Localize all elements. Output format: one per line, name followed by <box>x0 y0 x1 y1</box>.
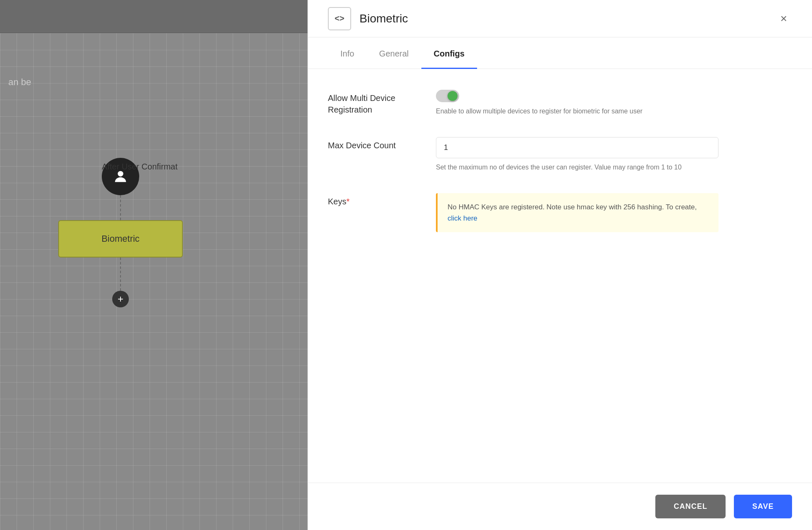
max-device-helper: Set the maximum no of devices the user c… <box>436 162 792 172</box>
cancel-button[interactable]: CANCEL <box>655 495 726 518</box>
tab-info[interactable]: Info <box>328 37 367 69</box>
toggle-track <box>436 90 459 102</box>
required-indicator: * <box>346 197 349 206</box>
keys-control: No HMAC Keys are registered. Note use hm… <box>436 193 792 232</box>
modal-content: Allow Multi Device Registration Enable t… <box>308 69 812 483</box>
add-node-button[interactable]: + <box>112 291 129 307</box>
toggle-label: Allow Multi Device Registration <box>328 90 436 115</box>
max-device-label: Max Device Count <box>328 137 436 151</box>
modal-title: Biometric <box>359 12 775 25</box>
connector-line-bottom <box>120 258 121 291</box>
keys-form-row: Keys* No HMAC Keys are registered. Note … <box>328 193 792 232</box>
close-button[interactable]: × <box>775 10 792 27</box>
svg-point-0 <box>118 171 123 177</box>
warning-text: No HMAC Keys are registered. Note use hm… <box>448 203 697 222</box>
flow-diagram: Biometric + <box>58 158 183 307</box>
canvas-panel: an be Biometric + After User Confirmat <box>0 0 308 530</box>
max-device-input[interactable] <box>436 137 718 158</box>
toggle-control: Enable to allow multiple devices to regi… <box>436 90 792 116</box>
partial-text: an be <box>8 77 31 88</box>
tab-general[interactable]: General <box>367 37 421 69</box>
tab-configs[interactable]: Configs <box>421 37 477 69</box>
tabs-bar: Info General Configs <box>308 37 812 69</box>
modal-header: <> Biometric × <box>308 0 812 37</box>
connector-line-top <box>120 195 121 220</box>
flow-label: After User Confirmat <box>102 162 177 172</box>
biometric-node-label: Biometric <box>101 233 140 244</box>
keys-label: Keys* <box>328 193 436 207</box>
click-here-link[interactable]: click here <box>448 214 477 222</box>
max-device-control: Set the maximum no of devices the user c… <box>436 137 792 172</box>
biometric-node: Biometric <box>58 220 183 258</box>
modal-footer: CANCEL SAVE <box>308 483 812 530</box>
max-device-form-row: Max Device Count Set the maximum no of d… <box>328 137 792 172</box>
code-icon: <> <box>328 7 351 30</box>
toggle-form-row: Allow Multi Device Registration Enable t… <box>328 90 792 116</box>
multi-device-toggle[interactable] <box>436 90 459 102</box>
toggle-thumb <box>448 91 458 101</box>
top-bar <box>0 0 308 33</box>
save-button[interactable]: SAVE <box>734 495 792 518</box>
toggle-helper-text: Enable to allow multiple devices to regi… <box>436 106 685 116</box>
hmac-warning-box: No HMAC Keys are registered. Note use hm… <box>436 193 718 232</box>
modal-panel: <> Biometric × Info General Configs Allo… <box>308 0 812 530</box>
